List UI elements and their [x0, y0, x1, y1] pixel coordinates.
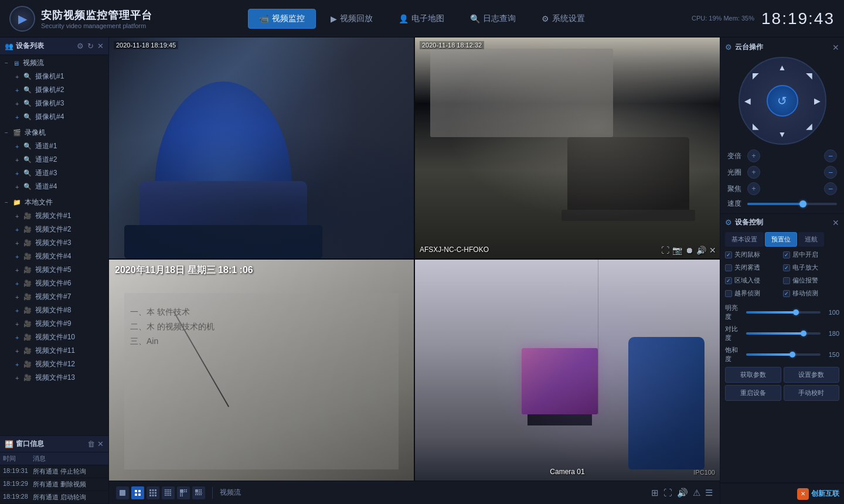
cell-record-icon[interactable]: ⏺: [685, 246, 693, 255]
manual-time-button[interactable]: 手动校时: [784, 385, 840, 401]
restart-device-button[interactable]: 重启设备: [725, 385, 781, 401]
ptz-upleft-button[interactable]: ◤: [753, 71, 759, 80]
tree-group-head-localfiles[interactable]: − 📁 本地文件: [0, 196, 108, 209]
checkbox-position-alarm-box[interactable]: [783, 277, 790, 284]
saturation-slider[interactable]: [746, 353, 821, 356]
layout-4x4-button[interactable]: [162, 486, 175, 499]
aperture-minus-button[interactable]: −: [824, 166, 837, 179]
aperture-plus-button[interactable]: +: [747, 166, 760, 179]
window-info-trash-icon[interactable]: 🗑: [87, 440, 95, 448]
ptz-up-button[interactable]: ▲: [778, 63, 787, 72]
ptz-left-button[interactable]: ◀: [744, 96, 751, 105]
device-control-close-icon[interactable]: ✕: [832, 218, 839, 227]
ptz-upright-button[interactable]: ◥: [806, 71, 812, 80]
zoom-plus-button[interactable]: +: [747, 149, 760, 162]
ptz-downright-button[interactable]: ◢: [806, 121, 812, 131]
zoom-minus-button[interactable]: −: [824, 149, 837, 162]
tree-item-vf5[interactable]: +🎥视频文件#5: [0, 263, 108, 277]
tree-item-vf6[interactable]: +🎥视频文件#6: [0, 277, 108, 290]
sidebar-refresh-icon[interactable]: ↻: [87, 42, 94, 50]
cell-fullscreen-icon[interactable]: ⛶: [661, 246, 669, 255]
tree-item-ch1[interactable]: + 🔍 通道#1: [0, 139, 108, 153]
tree-item-vf11[interactable]: +🎥视频文件#11: [0, 344, 108, 357]
video-cell-4[interactable]: Camera 01 IPC100: [415, 260, 720, 481]
vt-settings-icon[interactable]: ☰: [705, 488, 713, 498]
get-params-button[interactable]: 获取参数: [725, 367, 781, 383]
tree-item-vf12[interactable]: +🎥视频文件#12: [0, 357, 108, 371]
layout-custom-button[interactable]: [177, 486, 190, 499]
tree-item-vf13[interactable]: +🎥视频文件#13: [0, 371, 108, 384]
checkbox-center-open[interactable]: 居中开启: [783, 250, 839, 259]
ptz-center-button[interactable]: ↺: [767, 85, 798, 117]
layout-2x2-button[interactable]: [131, 486, 144, 499]
checkbox-border-detect-box[interactable]: [725, 290, 732, 297]
tree-item-ch4[interactable]: + 🔍 通道#4: [0, 180, 108, 193]
checkbox-area-intrusion[interactable]: 区域入侵: [725, 276, 781, 285]
checkbox-motion-detect-box[interactable]: [783, 290, 790, 297]
layout-1x1-button[interactable]: [116, 486, 129, 499]
tree-item-vf1[interactable]: +🎥视频文件#1: [0, 209, 108, 223]
dc-tab-cruise[interactable]: 巡航: [798, 232, 824, 247]
ptz-right-button[interactable]: ▶: [814, 96, 821, 105]
nav-video-monitor[interactable]: 📹 视频监控: [248, 9, 316, 29]
cell-snapshot-icon[interactable]: 📷: [672, 246, 682, 255]
brightness-slider[interactable]: [746, 311, 821, 314]
checkbox-close-haze-box[interactable]: [725, 264, 732, 271]
dc-tab-preset[interactable]: 预置位: [765, 232, 797, 247]
vt-sound-icon[interactable]: 🔊: [677, 488, 688, 498]
checkbox-close-haze[interactable]: 关闭雾透: [725, 263, 781, 272]
vt-warning-icon[interactable]: ⚠: [693, 488, 700, 498]
tree-item-vf4[interactable]: +🎥视频文件#4: [0, 250, 108, 263]
tree-item-vf9[interactable]: +🎥视频文件#9: [0, 317, 108, 331]
tree-item-cam2[interactable]: + 🔍 摄像机#2: [0, 83, 108, 97]
layout-wide-button[interactable]: [192, 486, 205, 499]
zoom-row: 变倍 + −: [727, 149, 837, 162]
vt-grid-icon[interactable]: ⊞: [651, 488, 659, 498]
tree-item-cam4[interactable]: + 🔍 摄像机#4: [0, 110, 108, 124]
video-cell-2[interactable]: 2020-11-18 18:12:32 AFSXJ-NC-C-HFOKO ⛶ 📷…: [415, 38, 720, 258]
contrast-slider[interactable]: [746, 332, 821, 335]
checkbox-close-mouse-box[interactable]: [725, 251, 732, 258]
window-info-close-icon[interactable]: ✕: [97, 440, 104, 448]
tree-item-ch2[interactable]: + 🔍 通道#2: [0, 153, 108, 166]
tree-item-vf10[interactable]: +🎥视频文件#10: [0, 331, 108, 344]
checkbox-e-zoom[interactable]: 电子放大: [783, 263, 839, 272]
checkbox-area-intrusion-box[interactable]: [725, 277, 732, 284]
nav-video-playback[interactable]: ▶ 视频回放: [319, 9, 384, 29]
tree-item-vf7[interactable]: +🎥视频文件#7: [0, 290, 108, 304]
ptz-downleft-button[interactable]: ◣: [753, 121, 759, 131]
checkbox-close-mouse[interactable]: 关闭鼠标: [725, 250, 781, 259]
speed-slider[interactable]: [747, 203, 837, 205]
dc-tab-basic[interactable]: 基本设置: [725, 232, 764, 247]
video-cell-3[interactable]: 2020年11月18日 星期三 18:1 :06 一、本 软件技术 二、木 的视…: [109, 260, 414, 481]
layout-3x3-button[interactable]: [147, 486, 159, 499]
focus-plus-button[interactable]: +: [747, 182, 760, 195]
tree-item-vf8[interactable]: +🎥视频文件#8: [0, 304, 108, 317]
checkbox-position-alarm[interactable]: 偏位报警: [783, 276, 839, 285]
tree-item-ch3[interactable]: + 🔍 通道#3: [0, 166, 108, 180]
vt-fullscreen-icon[interactable]: ⛶: [663, 488, 672, 498]
nav-log[interactable]: 🔍 日志查询: [459, 9, 527, 29]
checkbox-border-detect[interactable]: 越界侦测: [725, 289, 781, 298]
nav-emap[interactable]: 👤 电子地图: [387, 9, 455, 29]
sidebar-settings-icon[interactable]: ⚙: [77, 42, 84, 50]
checkbox-e-zoom-box[interactable]: [783, 264, 790, 271]
ptz-down-button[interactable]: ▼: [778, 130, 787, 139]
tree-group-head-dvr[interactable]: − 🎬 录像机: [0, 126, 108, 139]
nav-settings[interactable]: ⚙ 系统设置: [530, 9, 596, 29]
tree-item-vf3[interactable]: +🎥视频文件#3: [0, 236, 108, 250]
set-params-button[interactable]: 设置参数: [784, 367, 840, 383]
ptz-title: 云台操作: [735, 42, 829, 52]
ptz-close-icon[interactable]: ✕: [832, 43, 839, 52]
cell-close-icon[interactable]: ✕: [709, 246, 716, 255]
checkbox-center-open-box[interactable]: [783, 251, 790, 258]
focus-minus-button[interactable]: −: [824, 182, 837, 195]
cell-audio-icon[interactable]: 🔊: [696, 246, 706, 255]
tree-item-cam3[interactable]: + 🔍 摄像机#3: [0, 97, 108, 110]
video-cell-1[interactable]: 2020-11-18 18:19:45: [109, 38, 414, 258]
tree-item-cam1[interactable]: + 🔍 摄像机#1: [0, 70, 108, 83]
sidebar-close-icon[interactable]: ✕: [97, 42, 104, 50]
tree-item-vf2[interactable]: +🎥视频文件#2: [0, 223, 108, 236]
tree-group-head-videostream[interactable]: − 🖥 视频流: [0, 56, 108, 70]
checkbox-motion-detect[interactable]: 移动侦测: [783, 289, 839, 298]
